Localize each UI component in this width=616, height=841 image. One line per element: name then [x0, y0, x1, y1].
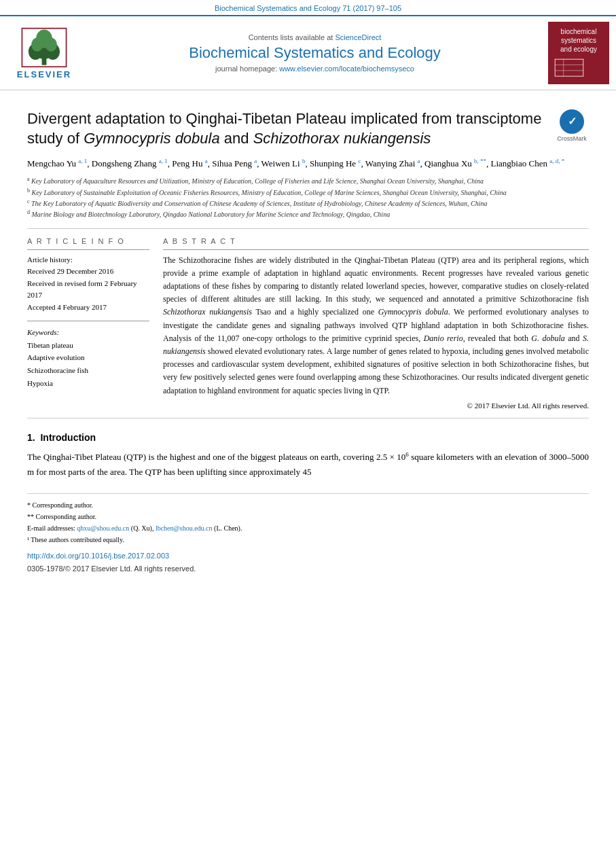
journal-banner: ELSEVIER Contents lists available at Sci… — [0, 15, 616, 90]
affiliation-c: c The Key Laboratory of Aquatic Biodiver… — [27, 198, 589, 209]
copyright-text: © 2017 Elsevier Ltd. All rights reserved… — [163, 401, 589, 410]
email2-link[interactable]: lbchen@shou.edu.cn — [156, 524, 213, 532]
corresponding-double: ** Corresponding author. — [27, 511, 589, 522]
intro-heading: Introduction — [40, 432, 96, 443]
keyword-3: Schizothoracine fish — [27, 364, 149, 377]
article-info-abstract: A R T I C L E I N F O Article history: R… — [27, 237, 589, 410]
keywords-list: Tibetan plateau Adaptive evolution Schiz… — [27, 339, 149, 390]
main-content: Divergent adaptation to Qinghai-Tibetan … — [0, 90, 616, 588]
contents-available-line: Contents lists available at ScienceDirec… — [88, 33, 541, 41]
crossmark-label: CrossMark — [555, 135, 589, 143]
equal-contribution: ¹ These authors contributed equally. — [27, 534, 589, 545]
abstract-text: The Schizothoracine fishes are widely di… — [163, 254, 589, 397]
contents-text: Contents lists available at — [249, 33, 333, 41]
email1-link[interactable]: qhxu@shou.edu.cn — [77, 524, 129, 532]
keyword-1: Tibetan plateau — [27, 339, 149, 352]
affiliation-a: a Key Laboratory of Aquaculture Resource… — [27, 175, 589, 186]
svg-rect-8 — [555, 59, 583, 76]
homepage-text: journal homepage: — [215, 65, 277, 73]
intro-paragraph: The Qinghai-Tibet Plateau (QTP) is the h… — [27, 450, 589, 480]
abstract-divider — [163, 249, 589, 250]
journal-title-area: Contents lists available at ScienceDirec… — [81, 33, 548, 73]
crossmark-badge[interactable]: ✓ CrossMark — [555, 109, 589, 143]
keywords-label: Keywords: — [27, 328, 149, 336]
article-info-divider — [27, 249, 149, 250]
article-history: Article history: Received 29 December 20… — [27, 254, 149, 314]
svg-point-5 — [31, 37, 43, 52]
corner-box-icon — [552, 56, 586, 79]
corner-box-text: biochemicalsystematicsand ecology — [552, 27, 605, 54]
keywords-divider — [27, 321, 149, 321]
intro-divider — [27, 418, 589, 418]
article-title: Divergent adaptation to Qinghai-Tibetan … — [27, 109, 589, 148]
keyword-4: Hypoxia — [27, 377, 149, 390]
journal-main-title: Biochemical Systematics and Ecology — [88, 44, 541, 62]
keyword-2: Adaptive evolution — [27, 351, 149, 364]
homepage-link[interactable]: www.elsevier.com/locate/biochemsyseco — [279, 65, 414, 73]
corresponding-single: * Corresponding author. — [27, 499, 589, 511]
abstract-label: A B S T R A C T — [163, 237, 589, 245]
received-date: Received 29 December 2016 — [27, 266, 149, 278]
citation-text: Biochemical Systematics and Ecology 71 (… — [215, 4, 401, 12]
article-info-column: A R T I C L E I N F O Article history: R… — [27, 237, 149, 410]
doi-line: http://dx.doi.org/10.1016/j.bse.2017.02.… — [27, 550, 589, 562]
abstract-column: A B S T R A C T The Schizothoracine fish… — [163, 237, 589, 410]
crossmark-icon: ✓ — [560, 109, 584, 134]
issn-line: 0305-1978/© 2017 Elsevier Ltd. All right… — [27, 562, 589, 575]
sciencedirect-link[interactable]: ScienceDirect — [335, 33, 381, 41]
journal-citation: Biochemical Systematics and Ecology 71 (… — [0, 0, 616, 15]
authors-line: Mengchao Yu a, 1, Dongsheng Zhang a, 1, … — [27, 157, 589, 171]
email1-name: (Q. Xu), — [131, 524, 154, 532]
doi-link[interactable]: http://dx.doi.org/10.1016/j.bse.2017.02.… — [27, 552, 169, 560]
article-title-text: Divergent adaptation to Qinghai-Tibetan … — [27, 110, 541, 147]
footnote-section: * Corresponding author. ** Corresponding… — [27, 493, 589, 575]
email-label: E-mail addresses: — [27, 524, 75, 532]
article-info-label: A R T I C L E I N F O — [27, 237, 149, 245]
intro-number: 1. — [27, 432, 35, 443]
journal-corner-box: biochemicalsystematicsand ecology — [548, 22, 609, 84]
email2-name: (L. Chen). — [214, 524, 242, 532]
introduction-section: 1. Introduction The Qinghai-Tibet Platea… — [27, 432, 589, 480]
section-divider — [27, 228, 589, 229]
revised-date: Received in revised form 2 February 2017 — [27, 278, 149, 302]
affiliations: a Key Laboratory of Aquaculture Resource… — [27, 175, 589, 219]
elsevier-logo: ELSEVIER — [7, 27, 81, 79]
accepted-date: Accepted 4 February 2017 — [27, 302, 149, 314]
svg-point-6 — [46, 37, 57, 52]
email-line: E-mail addresses: qhxu@shou.edu.cn (Q. X… — [27, 522, 589, 534]
affiliation-b: b Key Laboratory of Sustainable Exploita… — [27, 187, 589, 198]
elsevier-tree-icon — [17, 27, 71, 68]
affiliation-d: d Marine Biology and Biotechnology Labor… — [27, 209, 589, 219]
elsevier-wordmark: ELSEVIER — [17, 69, 71, 79]
history-label: Article history: — [27, 254, 149, 266]
intro-title: 1. Introduction — [27, 432, 589, 443]
journal-homepage: journal homepage: www.elsevier.com/locat… — [88, 65, 541, 73]
